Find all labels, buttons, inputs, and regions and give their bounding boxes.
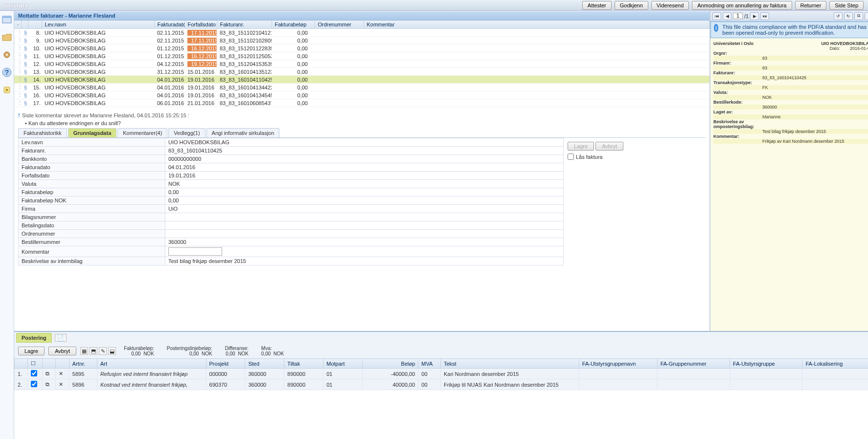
top-button[interactable]: Attester — [582, 1, 612, 10]
pdf-print-icon[interactable]: ⎙ — [865, 12, 868, 20]
top-button[interactable]: Godkjenn — [615, 1, 648, 10]
top-button[interactable]: Anmodning om annullering av faktura — [692, 1, 792, 10]
posting-col[interactable]: Art — [97, 359, 206, 369]
col-num — [28, 21, 42, 29]
tab-angi[interactable]: Angi informativ sirkulasjon — [206, 128, 280, 137]
inbox-icon[interactable] — [0, 13, 14, 26]
pdf-prev-icon[interactable]: ◀ — [723, 12, 731, 20]
posting-avbryt-button[interactable]: Avbryt — [48, 347, 76, 355]
posting-col[interactable]: Motpart — [323, 359, 363, 369]
row-checkbox[interactable] — [31, 381, 37, 387]
pdf-page-input[interactable] — [733, 13, 743, 19]
col-drag: · — [14, 21, 21, 29]
copy-icon[interactable]: ⧉ — [46, 381, 49, 387]
detail-tabs: Fakturahistorikk Grunnlagsdata Kommentar… — [18, 128, 706, 138]
delete-icon[interactable]: ✕ — [59, 381, 63, 387]
tab-grunnlagsdata[interactable]: Grunnlagsdata — [68, 128, 117, 137]
tool-icon-1[interactable]: ▦ — [80, 347, 88, 355]
posting-lagre-button[interactable]: Lagre — [18, 347, 45, 355]
tool-icon-2[interactable]: ⬒ — [90, 347, 97, 355]
kommentar-input[interactable] — [168, 247, 222, 256]
info-icon: i — [714, 24, 718, 32]
posting-col[interactable] — [43, 359, 56, 369]
posting-col[interactable] — [15, 359, 28, 369]
tab-historikk[interactable]: Fakturahistorikk — [18, 128, 67, 137]
table-row[interactable]: ⋮§17.UIO HOVEDBOKSBILAG06.01.201621.01.2… — [14, 99, 709, 107]
settings-icon[interactable] — [0, 48, 14, 62]
pdf-next-icon[interactable]: ▶ — [750, 12, 759, 20]
copy-icon[interactable]: ⧉ — [46, 371, 49, 376]
avbryt-button[interactable]: Avbryt — [595, 142, 623, 151]
table-row[interactable]: ⋮§10.UIO HOVEDBOKSBILAG01.12.201516.12.2… — [14, 44, 709, 52]
top-button[interactable]: Returner — [795, 1, 827, 10]
posting-col[interactable]: FA-Utstyrsgruppe — [730, 359, 802, 369]
pdf-popout-icon[interactable]: ⧉ — [854, 12, 863, 20]
tab-kommentarer[interactable]: Kommentarer(4) — [117, 128, 167, 137]
posting-row[interactable]: 2.⧉✕5896Kostnad ved internt finansiert f… — [15, 379, 868, 390]
posting-col[interactable]: Tekst — [440, 359, 579, 369]
tool-icon-4[interactable]: ⬓ — [108, 347, 116, 355]
table-row[interactable]: ⋮§12.UIO HOVEDBOKSBILAG04.12.201519.12.2… — [14, 60, 709, 68]
pdf-preview: ⏮ ◀ /1 ▶ ⏭ ↺ ↻ ⧉ ⎙ i This file claims co… — [710, 11, 868, 331]
posting-col[interactable]: Tiltak — [284, 359, 323, 369]
pdf-body: Universitetet i Oslo UIO HOVEDBOKSBILAG … — [710, 38, 868, 331]
header-check-icon[interactable]: ☐ — [31, 360, 36, 366]
posting-col[interactable]: Artnr. — [69, 359, 97, 369]
key-icon[interactable] — [0, 83, 14, 97]
col-ordre[interactable]: Ordrenummer — [315, 21, 364, 29]
lock-invoice-label: Lås faktura — [576, 154, 602, 160]
posting-row[interactable]: 1.⧉✕5895Refusjon ved internt finansiert … — [15, 369, 868, 379]
tool-icon-3[interactable]: ✎ — [99, 347, 107, 355]
row-checkbox[interactable] — [31, 370, 37, 376]
table-row[interactable]: ⋮§16.UIO HOVEDBOKSBILAG04.01.201619.01.2… — [14, 91, 709, 99]
posting-col[interactable]: Beløp — [363, 359, 418, 369]
posting-col[interactable]: Sted — [245, 359, 284, 369]
top-button[interactable]: Videresend — [651, 1, 689, 10]
table-row[interactable]: ⋮§8.UIO HOVEDBOKSBILAG02.11.201517.11.20… — [14, 29, 709, 37]
table-row[interactable]: ⋮§11.UIO HOVEDBOKSBILAG01.12.201516.12.2… — [14, 52, 709, 60]
pdf-first-icon[interactable]: ⏮ — [712, 12, 721, 20]
page-title: Mottatte fakturaer - Marianne Flesland — [14, 11, 709, 21]
pdf-rotate-right-icon[interactable]: ↻ — [844, 12, 853, 20]
logo: basware — [3, 1, 28, 9]
table-row[interactable]: ⋮§14.UIO HOVEDBOKSBILAG04.01.201619.01.2… — [14, 76, 709, 84]
col-komm[interactable]: Kommentar — [364, 21, 709, 29]
pdf-rotate-left-icon[interactable]: ↺ — [834, 12, 843, 20]
table-row[interactable]: ⋮§9.UIO HOVEDBOKSBILAG02.11.201517.11.20… — [14, 37, 709, 44]
help-icon[interactable]: ? — [0, 66, 14, 79]
tab-vedlegg[interactable]: Vedlegg(1) — [168, 128, 205, 137]
col-belop[interactable]: Fakturabeløp — [272, 21, 315, 29]
lagre-button[interactable]: Lagre — [568, 142, 594, 151]
last-comment-header: ! Siste kommentar skrevet av Marianne Fl… — [18, 112, 706, 118]
lock-invoice-checkbox[interactable] — [568, 154, 574, 160]
tab-postering[interactable]: Postering — [16, 333, 52, 343]
table-row[interactable]: ⋮§13.UIO HOVEDBOKSBILAG31.12.201515.01.2… — [14, 68, 709, 76]
left-sidebar: ? — [0, 11, 14, 439]
pdf-page-total: /1 — [744, 13, 749, 19]
top-buttons: AttesterGodkjennVideresendAnmodning om a… — [581, 1, 865, 10]
col-lev[interactable]: Lev.navn — [42, 21, 154, 29]
col-fodato[interactable]: Forfallsdato — [184, 21, 217, 29]
posting-col[interactable]: FA-Gruppenummer — [657, 359, 730, 369]
pdf-compliance-banner: i This file claims compliance with the P… — [710, 22, 868, 38]
folder-icon[interactable] — [0, 30, 14, 44]
delete-icon[interactable]: ✕ — [59, 371, 63, 376]
posting-col[interactable]: Prosjekt — [206, 359, 245, 369]
posting-section: Postering 📄 Lagre Avbryt ▦ ⬒ ✎ ⬓ Faktura… — [14, 331, 868, 390]
posting-col[interactable]: FA-Utstyrsgruppenavn — [579, 359, 657, 369]
col-fdato[interactable]: Fakturadato — [154, 21, 184, 29]
invoice-grid: · Lev.navn Fakturadato Forfallsdato Fakt… — [14, 21, 709, 109]
posting-extra-icon[interactable]: 📄 — [55, 334, 67, 342]
posting-col[interactable]: FA-Lokalisering — [802, 359, 868, 369]
pdf-last-icon[interactable]: ⏭ — [760, 12, 769, 20]
pdf-toolbar: ⏮ ◀ /1 ▶ ⏭ ↺ ↻ ⧉ ⎙ — [710, 11, 868, 22]
comment-text: • Kan du attestere endringen er du snill… — [25, 120, 706, 126]
svg-rect-1 — [2, 16, 11, 18]
posting-col[interactable]: ☐ — [28, 359, 43, 369]
table-row[interactable]: ⋮§15.UIO HOVEDBOKSBILAG04.01.201619.01.2… — [14, 84, 709, 91]
col-fnr[interactable]: Fakturanr. — [217, 21, 272, 29]
posting-col[interactable]: MVA — [418, 359, 441, 369]
posting-col[interactable] — [56, 359, 69, 369]
col-handle — [21, 21, 28, 29]
top-button[interactable]: Side Step — [829, 1, 864, 10]
